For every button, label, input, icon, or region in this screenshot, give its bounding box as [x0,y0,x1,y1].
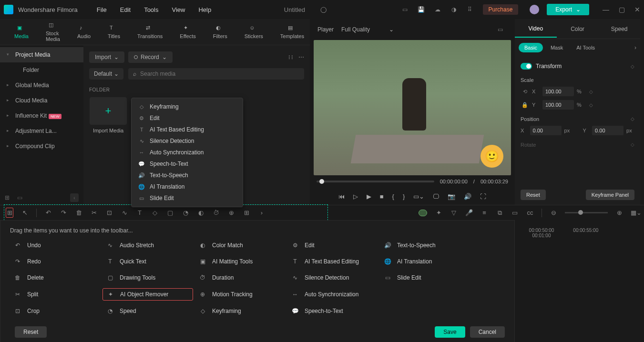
ctx-auto-synchronization[interactable]: ↔Auto Synchronization [132,147,243,158]
crop-icon[interactable]: ⊡ [105,209,113,216]
tool-split[interactable]: ✂Split [10,288,101,301]
sidebar-item-global-media[interactable]: ▸Global Media [0,78,83,93]
ctx-edit[interactable]: ⚙Edit [132,112,243,124]
link-icon[interactable]: ⟲ [521,89,529,95]
pos-y-input[interactable] [592,126,624,135]
audio-mixer-icon[interactable]: ≡ [480,209,488,216]
tool-speech-to-text[interactable]: 💬Speech-to-Text [287,305,378,317]
zoom-out-icon[interactable]: ⊖ [550,209,557,216]
sidebar-item-folder[interactable]: Folder [0,62,83,78]
redo-icon[interactable]: ↷ [60,209,67,216]
link-clips-icon[interactable]: ⧉ [496,209,503,217]
sidebar-item-compound-clip[interactable]: ▸Compound Clip [0,139,83,154]
close-button[interactable]: ✕ [634,6,640,13]
group-icon[interactable]: ▭ [511,209,519,216]
tab-color[interactable]: Color [557,21,599,37]
scale-x-input[interactable] [542,87,574,96]
tool-crop[interactable]: ⊡Crop [10,305,101,317]
tool-ai-translation[interactable]: 🌐AI Translation [380,256,470,267]
reset-button[interactable]: Reset [521,190,546,200]
cancel-toolbar-button[interactable]: Cancel [470,326,505,338]
tab-templates[interactable]: ▤Templates [272,23,313,41]
overflow-icon[interactable]: › [258,209,266,216]
audio-stretch-icon[interactable]: ∿ [121,209,128,216]
new-folder-icon[interactable]: ⊞ [5,194,10,201]
marker-tool-icon[interactable]: ✦ [435,209,442,216]
search-media-input[interactable] [140,70,299,77]
menu-view[interactable]: View [166,3,191,16]
keyframe-icon[interactable]: ◇ [589,89,593,94]
transform-toggle[interactable] [521,63,532,70]
tab-media[interactable]: ▣Media [6,23,37,41]
save-icon[interactable]: 💾 [415,3,428,16]
tool-delete[interactable]: 🗑Delete [10,272,101,283]
ratio-icon[interactable]: ▭⌄ [413,193,424,200]
filter-icon[interactable]: ⫶⫶ [288,54,294,60]
save-toolbar-button[interactable]: Save [435,326,465,338]
subtab-ai-tools[interactable]: AI Tools [571,43,601,52]
tab-titles[interactable]: TTitles [99,23,129,41]
tool-text-to-speech[interactable]: 🔊Text-to-Speech [380,240,470,251]
keyframing-icon[interactable]: ◇ [151,209,159,216]
headphones-icon[interactable]: ◑ [448,3,460,16]
purchase-button[interactable]: Purchase [483,4,519,15]
sort-dropdown[interactable]: Default⌄ [89,68,123,80]
more-tools-icon[interactable]: ⊞ [243,209,250,216]
import-media-tile[interactable]: + Import Media [89,97,127,133]
play-forward-icon[interactable]: ▶ [367,193,371,200]
keyframe-icon[interactable]: ◇ [631,64,634,69]
pos-x-input[interactable] [530,126,562,135]
text-icon[interactable]: T [136,209,143,216]
subtab-basic[interactable]: Basic [519,43,543,52]
tool-motion-tracking[interactable]: ⊕Motion Tracking [195,288,286,301]
tab-video[interactable]: Video [515,20,557,38]
drawing-icon[interactable]: ▢ [166,209,174,216]
collapse-sidebar-button[interactable]: ‹ [70,193,79,202]
stop-icon[interactable]: ■ [380,193,384,200]
ctx-speech-to-text[interactable]: 💬Speech-to-Text [132,158,243,170]
caption-icon[interactable]: cc [526,209,534,216]
scale-y-input[interactable] [542,100,574,110]
ctx-keyframing[interactable]: ◇Keyframing [132,101,243,112]
maximize-button[interactable]: ▢ [619,6,625,13]
menu-file[interactable]: File [91,3,112,16]
import-button[interactable]: Import⌄ [89,51,124,63]
tool-ai-matting-tools[interactable]: ▣AI Matting Tools [195,256,286,267]
volume-icon[interactable]: 🔊 [464,193,471,200]
subtab-mask[interactable]: Mask [545,43,569,52]
ctx-silence-detection[interactable]: ∿Silence Detection [132,135,243,147]
save-status-icon[interactable]: ◯ [317,3,330,16]
export-button[interactable]: Export⌄ [547,4,589,15]
prev-frame-icon[interactable]: ⏮ [338,193,345,200]
ctx-ai-text-based-editing[interactable]: TAI Text Based Editing [132,124,243,135]
speed-icon[interactable]: ◔ [182,209,189,216]
lock-icon[interactable]: 🔒 [521,102,529,108]
tracking-icon[interactable]: ⊕ [227,209,235,216]
tool-ai-object-remover[interactable]: ✦AI Object Remover [102,288,193,301]
next-subtab-icon[interactable]: › [634,44,636,51]
tab-audio[interactable]: ♪Audio [69,23,99,41]
menu-tools[interactable]: Tools [138,3,164,16]
tool-audio-stretch[interactable]: ∿Audio Stretch [102,240,193,251]
seek-slider[interactable] [317,181,434,182]
tool-redo[interactable]: ↷Redo [10,256,101,267]
mark-out-icon[interactable]: } [403,193,405,200]
tool-silence-detection[interactable]: ∿Silence Detection [287,272,378,283]
sidebar-item-influence-kit[interactable]: ▸Influence KitNEW [0,108,83,123]
customize-toolbar-icon[interactable]: ⊞ [6,208,13,218]
duration-icon[interactable]: ⏱ [212,209,220,216]
ctx-text-to-speech[interactable]: 🔊Text-to-Speech [132,170,243,181]
cloud-icon[interactable]: ☁ [431,3,444,16]
apps-icon[interactable]: ⠿ [464,3,476,16]
tab-stickers[interactable]: ☺Stickers [236,23,272,41]
reset-toolbar-button[interactable]: Reset [15,326,47,338]
preview-viewport[interactable]: 🙂 [314,40,511,175]
play-icon[interactable]: ▷ [353,193,358,200]
keyframe-icon[interactable]: ◇ [631,116,634,122]
sidebar-item-adjustment-layer[interactable]: ▸Adjustment La... [0,123,83,139]
tool-keyframing[interactable]: ◇Keyframing [195,305,286,317]
ctx-ai-translation[interactable]: 🌐AI Translation [132,181,243,192]
tab-filters[interactable]: ◐Filters [204,23,236,41]
voiceover-icon[interactable]: 🎤 [465,209,473,216]
tool-edit[interactable]: ⚙Edit [287,240,378,251]
